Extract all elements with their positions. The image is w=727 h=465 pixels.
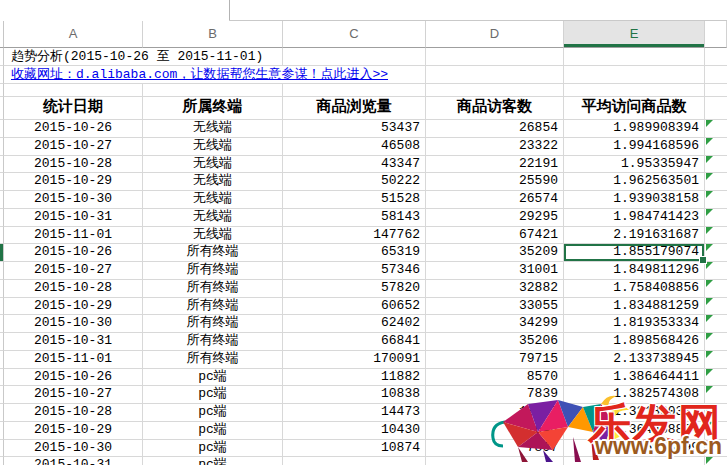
- cell-avg-views[interactable]: 1.898568426: [564, 333, 705, 351]
- cell-visitors[interactable]: 79715: [426, 351, 564, 369]
- cell-date[interactable]: 2015-11-01: [4, 351, 143, 369]
- cell-visitors[interactable]: 29295: [426, 209, 564, 227]
- header-date[interactable]: 统计日期: [4, 97, 143, 120]
- cell-date[interactable]: 2015-10-27: [4, 262, 143, 280]
- cell-views[interactable]: 11882: [283, 369, 426, 387]
- cell-avg-views[interactable]: 1.989908394: [564, 120, 705, 138]
- cell-views[interactable]: 66841: [283, 333, 426, 351]
- cell-terminal[interactable]: 所有终端: [143, 333, 283, 351]
- cell-views[interactable]: 10838: [283, 386, 426, 404]
- cell-visitors[interactable]: 35209: [426, 244, 564, 262]
- cell-date[interactable]: 2015-10-29: [4, 422, 143, 440]
- cell-visitors[interactable]: 35206: [426, 333, 564, 351]
- cell-terminal[interactable]: pc端: [143, 369, 283, 387]
- column-header-f-stub[interactable]: [705, 21, 727, 48]
- cell-terminal[interactable]: 无线端: [143, 173, 283, 191]
- cell-terminal[interactable]: pc端: [143, 457, 283, 465]
- cell-terminal[interactable]: 无线端: [143, 138, 283, 156]
- cell-terminal[interactable]: pc端: [143, 422, 283, 440]
- cell-date[interactable]: 2015-10-28: [4, 280, 143, 298]
- cell-visitors[interactable]: 8570: [426, 369, 564, 387]
- cell-views[interactable]: 10430: [283, 422, 426, 440]
- cell-terminal[interactable]: pc端: [143, 440, 283, 458]
- empty-cell[interactable]: [426, 84, 564, 97]
- cell-avg-views[interactable]: 1.984741423: [564, 209, 705, 227]
- column-header-c[interactable]: C: [283, 21, 426, 48]
- cell-date[interactable]: 2015-10-31: [4, 333, 143, 351]
- empty-cell[interactable]: [564, 66, 705, 84]
- cell-terminal[interactable]: 无线端: [143, 156, 283, 174]
- cell-avg-views[interactable]: 1.855179074: [564, 244, 705, 262]
- cell-views[interactable]: 60652: [283, 298, 426, 316]
- cell-f-stub[interactable]: [705, 440, 727, 458]
- cell-avg-views[interactable]: 1.364468864: [564, 422, 705, 440]
- cell-f-stub[interactable]: [705, 156, 727, 174]
- cell-terminal[interactable]: 无线端: [143, 120, 283, 138]
- cell-date[interactable]: 2015-10-29: [4, 173, 143, 191]
- empty-cell[interactable]: [564, 84, 705, 97]
- cell-avg-views[interactable]: 1.386464411: [564, 369, 705, 387]
- cell-terminal[interactable]: pc端: [143, 404, 283, 422]
- empty-cell[interactable]: [283, 48, 426, 66]
- cell-terminal[interactable]: 所有终端: [143, 280, 283, 298]
- cell-date[interactable]: 2015-10-30: [4, 440, 143, 458]
- cell-date[interactable]: 2015-10-26: [4, 120, 143, 138]
- cell-visitors[interactable]: 34299: [426, 315, 564, 333]
- cell-date[interactable]: 2015-10-27: [4, 386, 143, 404]
- header-views[interactable]: 商品浏览量: [283, 97, 426, 120]
- cell-f-stub[interactable]: [705, 422, 727, 440]
- cell-f-stub[interactable]: [705, 333, 727, 351]
- cell-avg-views[interactable]: 1.834881259: [564, 298, 705, 316]
- empty-cell[interactable]: [426, 48, 564, 66]
- cell-avg-views[interactable]: 1.331830311: [564, 404, 705, 422]
- column-header-a[interactable]: A: [4, 21, 143, 48]
- cell-f-stub[interactable]: [705, 120, 727, 138]
- cell-terminal[interactable]: 所有终端: [143, 262, 283, 280]
- cell-visitors[interactable]: 26854: [426, 120, 564, 138]
- cell-visitors[interactable]: 67421: [426, 227, 564, 245]
- cell-avg-views[interactable]: 1.382574308: [564, 386, 705, 404]
- cell-views[interactable]: 65319: [283, 244, 426, 262]
- cell-avg-views[interactable]: 1.758408856: [564, 280, 705, 298]
- header-terminal[interactable]: 所属终端: [143, 97, 283, 120]
- cell-views[interactable]: 57346: [283, 262, 426, 280]
- cell-terminal[interactable]: 无线端: [143, 191, 283, 209]
- empty-cell[interactable]: [705, 66, 727, 84]
- cell-terminal[interactable]: 所有终端: [143, 298, 283, 316]
- cell-avg-views[interactable]: [564, 457, 705, 465]
- cell-terminal[interactable]: 无线端: [143, 209, 283, 227]
- cell-f-stub[interactable]: [705, 173, 727, 191]
- cell-f-stub[interactable]: [705, 138, 727, 156]
- column-header-e-selected[interactable]: E: [564, 21, 705, 48]
- column-header-d[interactable]: D: [426, 21, 564, 48]
- cell-date[interactable]: 2015-10-31: [4, 457, 143, 465]
- cell-f-stub[interactable]: [705, 262, 727, 280]
- cell-avg-views[interactable]: 2.133738945: [564, 351, 705, 369]
- cell-avg-views[interactable]: 1.849811296: [564, 262, 705, 280]
- cell-views[interactable]: 53437: [283, 120, 426, 138]
- formula-bar[interactable]: [0, 0, 727, 21]
- cell-avg-views[interactable]: 1.994168596: [564, 138, 705, 156]
- cell-avg-views[interactable]: 1.939038158: [564, 191, 705, 209]
- cell-date[interactable]: 2015-11-01: [4, 227, 143, 245]
- cell-date[interactable]: 2015-10-27: [4, 138, 143, 156]
- cell-visitors[interactable]: 23322: [426, 138, 564, 156]
- cell-visitors[interactable]: 7839: [426, 386, 564, 404]
- cell-date[interactable]: 2015-10-30: [4, 315, 143, 333]
- cell-f-stub[interactable]: [705, 351, 727, 369]
- cell-avg-views[interactable]: 2.191631687: [564, 227, 705, 245]
- cell-visitors[interactable]: [426, 457, 564, 465]
- cell-visitors[interactable]: 22191: [426, 156, 564, 174]
- cell-terminal[interactable]: 无线端: [143, 227, 283, 245]
- cell-visitors[interactable]: 10867: [426, 404, 564, 422]
- column-header-b[interactable]: B: [143, 21, 283, 48]
- cell-date[interactable]: 2015-10-31: [4, 209, 143, 227]
- cell-avg-views[interactable]: 1.962563501: [564, 173, 705, 191]
- cell-date[interactable]: 2015-10-29: [4, 298, 143, 316]
- header-visitors[interactable]: 商品访客数: [426, 97, 564, 120]
- cell-views[interactable]: 51528: [283, 191, 426, 209]
- cell-views[interactable]: 10874: [283, 440, 426, 458]
- cell-views[interactable]: 170091: [283, 351, 426, 369]
- cell-f-stub[interactable]: [705, 369, 727, 387]
- empty-cell[interactable]: [564, 48, 705, 66]
